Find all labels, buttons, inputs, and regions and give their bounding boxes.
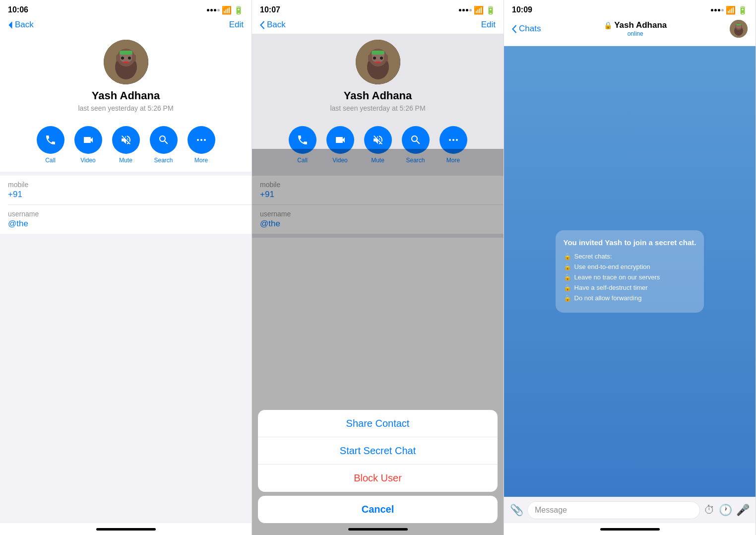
battery-icon-3: 🔋	[738, 5, 748, 15]
time-1: 10:06	[8, 5, 28, 14]
svg-point-25	[456, 139, 458, 141]
chats-back-button[interactable]: Chats	[512, 24, 541, 34]
message-placeholder: Message	[535, 506, 567, 515]
back-button-2[interactable]: Back	[260, 20, 286, 30]
wifi-icon-3: 📶	[726, 5, 736, 15]
signal-icon	[207, 9, 220, 11]
svg-point-19	[380, 57, 383, 60]
status-bar-3: 10:09 📶 🔋	[504, 0, 756, 18]
call-icon-circle-1	[37, 126, 64, 154]
timer-icon[interactable]: ⏱	[704, 504, 715, 517]
action-sheet-cancel: Cancel	[258, 496, 498, 523]
secret-chats-label: 🔒 Secret chats:	[564, 253, 696, 260]
mobile-value-1: +91	[8, 190, 244, 200]
secret-feature-4: 🔒 Do not allow forwarding	[564, 294, 696, 302]
call-button-1[interactable]: Call	[37, 126, 64, 164]
svg-rect-17	[372, 51, 384, 55]
cancel-button[interactable]: Cancel	[258, 496, 498, 523]
avatar-1	[104, 40, 148, 84]
mute-button-1[interactable]: Mute	[112, 126, 140, 164]
username-label-1: username	[8, 210, 244, 218]
svg-point-5	[121, 57, 124, 60]
svg-point-18	[373, 57, 376, 60]
secret-feature-1: 🔒 Use end-to-end encryption	[564, 263, 696, 270]
screen2: 10:07 📶 🔋 Back Edit	[252, 0, 504, 535]
home-bar-3	[600, 528, 660, 531]
status-icons-1: 📶 🔋	[207, 5, 244, 15]
more-label-1: More	[194, 157, 208, 164]
profile-section-2: Yash Adhana last seen yesterday at 5:26 …	[252, 34, 504, 120]
svg-rect-30	[736, 24, 741, 25]
lock-icon-1: 🔒	[564, 263, 571, 270]
mute-label-1: Mute	[119, 157, 132, 164]
svg-rect-20	[375, 62, 381, 63]
status-icons-2: 📶 🔋	[459, 5, 496, 15]
gray-area-1	[0, 234, 252, 523]
video-button-1[interactable]: Video	[74, 126, 102, 164]
edit-button-2[interactable]: Edit	[481, 20, 496, 30]
profile-status-2: last seen yesterday at 5:26 PM	[330, 104, 425, 112]
username-value-1: @the	[8, 219, 244, 229]
chat-messages: You invited Yash to join a secret chat. …	[504, 46, 756, 497]
chat-contact-name: Yash Adhana	[614, 20, 667, 30]
signal-icon-3	[711, 9, 724, 11]
call-label-1: Call	[45, 157, 56, 164]
status-bar-2: 10:07 📶 🔋	[252, 0, 504, 18]
home-bar-1	[96, 528, 156, 531]
action-buttons-1: Call Video Mute Search More	[0, 120, 252, 172]
svg-rect-4	[120, 51, 132, 55]
system-message-title: You invited Yash to join a secret chat.	[564, 238, 696, 247]
info-section-1: mobile +91 username @the	[0, 176, 252, 234]
battery-icon: 🔋	[234, 5, 244, 15]
block-user-button[interactable]: Block User	[258, 465, 498, 492]
action-sheet-overlay: Share Contact Start Secret Chat Block Us…	[252, 149, 504, 535]
secret-feature-2: 🔒 Leave no trace on our servers	[564, 273, 696, 281]
time-3: 10:09	[512, 5, 532, 14]
message-input[interactable]: Message	[527, 501, 700, 519]
svg-point-24	[452, 139, 454, 141]
more-button-1[interactable]: More	[188, 126, 215, 164]
start-secret-chat-button[interactable]: Start Secret Chat	[258, 437, 498, 465]
avatar-2	[356, 40, 400, 84]
profile-status-1: last seen yesterday at 5:26 PM	[78, 104, 173, 112]
svg-point-12	[204, 139, 206, 141]
edit-button-1[interactable]: Edit	[229, 20, 244, 30]
svg-point-10	[197, 139, 199, 141]
time-2: 10:07	[260, 5, 280, 14]
chat-avatar[interactable]	[730, 20, 748, 38]
svg-point-6	[128, 57, 131, 60]
lock-icon-2: 🔒	[564, 273, 571, 281]
search-button-1[interactable]: Search	[150, 126, 178, 164]
nav-bar-1: Back Edit	[0, 18, 252, 34]
chat-header: Chats 🔒 Yash Adhana online	[504, 18, 756, 46]
svg-point-23	[449, 139, 451, 141]
share-contact-button[interactable]: Share Contact	[258, 410, 498, 437]
screen3: 10:09 📶 🔋 Chats	[504, 0, 756, 535]
status-bar-1: 10:06 📶 🔋	[0, 0, 252, 18]
lock-icon-subtitle: 🔒	[564, 253, 571, 260]
chats-back-label: Chats	[519, 24, 541, 34]
mobile-row-1: mobile +91	[0, 176, 252, 204]
svg-rect-21	[368, 55, 372, 62]
profile-name-1: Yash Adhana	[92, 89, 160, 102]
status-icons-3: 📶 🔋	[711, 5, 748, 15]
profile-section-1: Yash Adhana last seen yesterday at 5:26 …	[0, 34, 252, 120]
action-sheet: Share Contact Start Secret Chat Block Us…	[258, 410, 498, 492]
svg-rect-8	[116, 55, 120, 62]
lock-icon-3: 🔒	[564, 284, 571, 291]
wifi-icon: 📶	[222, 5, 232, 15]
username-row-1: username @the	[0, 205, 252, 234]
svg-rect-7	[123, 62, 129, 63]
signal-icon-2	[459, 9, 472, 11]
mic-icon[interactable]: 🎤	[736, 504, 750, 517]
chat-input-bar: 📎 Message ⏱ 🕐 🎤	[504, 497, 756, 523]
lock-icon-4: 🔒	[564, 294, 571, 302]
battery-icon-2: 🔋	[486, 5, 496, 15]
divider-1	[0, 172, 252, 176]
secret-feature-3: 🔒 Have a self-destruct timer	[564, 284, 696, 291]
attachment-icon[interactable]: 📎	[510, 504, 523, 517]
lock-icon: 🔒	[604, 21, 612, 29]
back-button-1[interactable]: Back	[8, 20, 34, 30]
clock-icon[interactable]: 🕐	[719, 504, 732, 517]
svg-point-11	[200, 139, 202, 141]
